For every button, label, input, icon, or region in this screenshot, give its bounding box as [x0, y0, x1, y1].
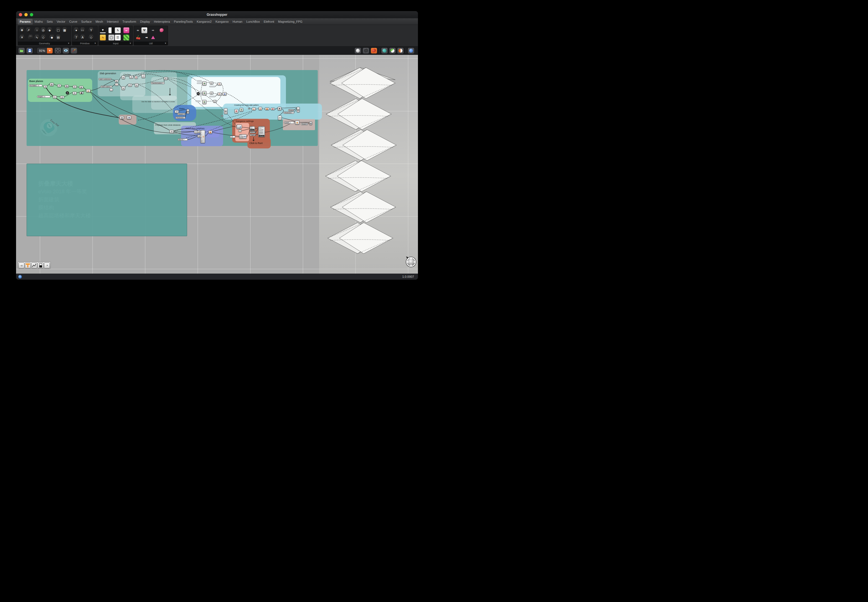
- value-list-icon[interactable]: ☰: [115, 35, 121, 40]
- component-node[interactable]: SUVWLACTSPeP☰: [200, 130, 205, 143]
- param-number-icon[interactable]: 0.1: [80, 28, 86, 33]
- component-node[interactable]: Button: [250, 131, 256, 133]
- menu-tab-lunchbox[interactable]: LunchBox: [244, 19, 262, 25]
- palette-expand-icon[interactable]: ▼: [129, 42, 132, 45]
- component-node[interactable]: +: [278, 115, 282, 120]
- display-halfsphere-button[interactable]: [397, 48, 404, 54]
- no-slabs-slider[interactable]: No Slabs10: [29, 84, 42, 87]
- param-capsule[interactable]: [209, 86, 215, 87]
- component-node[interactable]: ✖: [278, 107, 282, 111]
- number-slider-icon[interactable]: ▼: [100, 28, 106, 33]
- param-capsule[interactable]: [221, 115, 223, 117]
- component-node[interactable]: +: [217, 83, 221, 86]
- slabs-swatch[interactable]: Swatch: [178, 113, 186, 115]
- param-box-icon[interactable]: ▢: [55, 28, 61, 33]
- data-input-icon[interactable]: ➡: [150, 28, 156, 33]
- zoom-extents-button[interactable]: [55, 48, 61, 54]
- scribble-icon[interactable]: ∿: [100, 35, 106, 40]
- param-path-icon[interactable]: Y: [88, 28, 94, 33]
- component-node[interactable]: ∿: [135, 83, 138, 87]
- component-node[interactable]: ⇉: [127, 116, 131, 119]
- notes-panel-group[interactable]: [26, 164, 187, 236]
- menu-tab-kangaroo2[interactable]: Kangaroo2: [195, 19, 214, 25]
- slabs-thickness-slider[interactable]: Thickness3: [175, 117, 186, 119]
- component-node[interactable]: ╱: [141, 74, 145, 78]
- menu-tab-surface[interactable]: Surface: [79, 19, 94, 25]
- slab-radius-slider[interactable]: Slab's radius4.00: [100, 86, 112, 88]
- param-geometry-icon[interactable]: ❖: [19, 28, 25, 33]
- component-node[interactable]: ⇉: [222, 92, 227, 95]
- timer-tool-icon[interactable]: ◔: [44, 263, 50, 268]
- data-tree-icon[interactable]: Ψ: [141, 28, 147, 33]
- component-node[interactable]: +: [72, 92, 77, 95]
- zoom-control[interactable]: 91% ▼: [37, 48, 53, 54]
- component-node[interactable]: ToggleFalse: [250, 134, 256, 136]
- control-knob-icon[interactable]: ◯: [109, 35, 114, 40]
- component-node[interactable]: ×: [115, 80, 118, 83]
- param-curve-icon[interactable]: ⌒: [28, 35, 34, 40]
- component-node[interactable]: Ψ: [239, 108, 243, 112]
- param-arc-icon[interactable]: ◎: [40, 28, 46, 33]
- param-null-icon[interactable]: ✕: [19, 35, 25, 40]
- component-node[interactable]: Ψ: [202, 91, 207, 95]
- graph-mapper-icon[interactable]: ϟ: [115, 28, 121, 33]
- component-node[interactable]: ⇄: [271, 108, 275, 110]
- open-file-button[interactable]: [18, 48, 25, 54]
- component-node[interactable]: +: [43, 85, 47, 88]
- menu-tab-heteroptera[interactable]: Heteroptera: [152, 19, 172, 25]
- view-compass[interactable]: [404, 255, 417, 268]
- component-node[interactable]: ×: [164, 77, 168, 80]
- menu-tab-sets[interactable]: Sets: [45, 19, 55, 25]
- menu-tab-maths[interactable]: Maths: [33, 19, 45, 25]
- menu-tab-vector[interactable]: Vector: [55, 19, 67, 25]
- param-capsule[interactable]: [209, 96, 215, 97]
- component-node[interactable]: %: [65, 85, 69, 88]
- component-node[interactable]: S: [50, 83, 54, 86]
- component-node[interactable]: Ψ: [202, 81, 207, 86]
- toggle-tool-icon[interactable]: [38, 263, 43, 268]
- polyline-tool-icon[interactable]: [31, 263, 37, 268]
- component-node[interactable]: ▤: [309, 121, 312, 125]
- component-node[interactable]: ╱: [210, 82, 213, 84]
- component-node[interactable]: ◉: [295, 120, 299, 124]
- param-capsule[interactable]: [197, 83, 202, 84]
- component-node[interactable]: PTStrength↧: [236, 124, 242, 129]
- gradient-icon[interactable]: ▬: [123, 28, 129, 33]
- expression-icon[interactable]: -x: [18, 263, 25, 268]
- height-slider[interactable]: Height21: [37, 95, 51, 98]
- component-node[interactable]: +: [57, 84, 61, 87]
- galapagos-icon[interactable]: [150, 35, 156, 40]
- component-node[interactable]: ▣: [80, 92, 84, 94]
- boolean-toggle-icon[interactable]: [109, 28, 114, 33]
- component-node[interactable]: ╱: [210, 92, 213, 94]
- param-surface-icon[interactable]: ▤: [55, 35, 61, 40]
- component-node[interactable]: {0;0}{0;1}{0;2}Flatten: [250, 126, 255, 131]
- param-plane-icon[interactable]: ◈: [47, 28, 52, 33]
- menu-tab-display[interactable]: Display: [138, 19, 152, 25]
- component-node[interactable]: ▦: [265, 108, 269, 110]
- paint-drip-icon[interactable]: [25, 263, 31, 268]
- menu-tab-panelingtools[interactable]: PanelingTools: [172, 19, 195, 25]
- display-performance-button[interactable]: [381, 48, 388, 54]
- menu-tab-mesh[interactable]: Mesh: [94, 19, 105, 25]
- component-node[interactable]: ∿: [121, 86, 125, 90]
- component-node[interactable]: ×: [73, 85, 77, 88]
- data-output-icon[interactable]: ➡: [144, 35, 149, 40]
- component-node[interactable]: ▤: [224, 108, 227, 114]
- component-node[interactable]: Y: [135, 76, 138, 79]
- display-gumball-button[interactable]: [389, 48, 396, 54]
- menu-tab-human[interactable]: Human: [230, 19, 244, 25]
- menu-tab-elefront[interactable]: Elefront: [262, 19, 276, 25]
- palette-expand-icon[interactable]: ▼: [94, 42, 96, 45]
- palette-expand-icon[interactable]: ▼: [164, 42, 167, 45]
- param-text-icon[interactable]: A: [80, 35, 86, 40]
- component-node[interactable]: ◈: [86, 89, 90, 92]
- menu-tab-magnetizing_fpg[interactable]: Magnetizing_FPG: [276, 19, 304, 25]
- param-capsule[interactable]: [196, 100, 201, 102]
- param-boolean-icon[interactable]: ●: [74, 28, 79, 33]
- component-node[interactable]: ƒ: [60, 96, 64, 98]
- grasshopper-canvas[interactable]: 折叠摩天大楼eVolo 2018 年一等奖折面建筑膜结构超高层塔楼和摩天大楼 -…: [16, 55, 418, 273]
- colour-swatch-icon[interactable]: [123, 35, 129, 40]
- param-mesh-icon[interactable]: ▦: [62, 28, 67, 33]
- param-integer-icon[interactable]: 7: [74, 35, 79, 40]
